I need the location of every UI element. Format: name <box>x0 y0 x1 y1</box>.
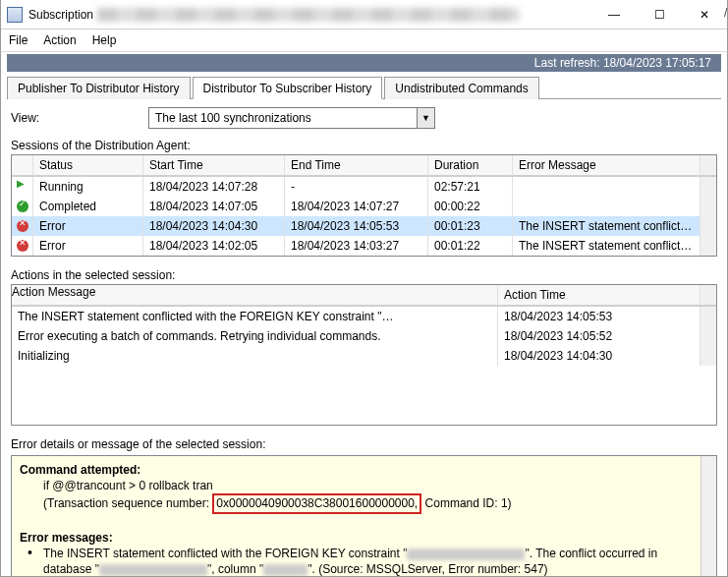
view-label: View: <box>11 111 139 125</box>
cell-status: Completed <box>33 197 143 216</box>
redacted-text <box>263 564 308 576</box>
error-icon <box>17 240 28 252</box>
cell-dur: 02:57:21 <box>428 177 513 197</box>
actions-header: Action Message Action Time <box>12 285 716 307</box>
cmd-line-1: if @@trancount > 0 rollback tran <box>20 478 708 493</box>
cell-time: 18/04/2023 14:05:52 <box>498 326 700 346</box>
session-row[interactable]: Running 18/04/2023 14:07:28 - 02:57:21 <box>12 177 716 197</box>
error-messages-label: Error messages: <box>20 531 113 545</box>
view-select[interactable]: The last 100 synchronizations ▼ <box>148 107 435 129</box>
last-refresh-bar: Last refresh: 18/04/2023 17:05:17 <box>7 54 721 72</box>
redacted-text <box>407 548 525 560</box>
cell-start: 18/04/2023 14:07:28 <box>143 177 285 197</box>
titlebar: Subscription — ☐ ✕ <box>1 0 727 29</box>
scrollbar-header <box>700 155 716 176</box>
session-row[interactable]: Error 18/04/2023 14:04:30 18/04/2023 14:… <box>12 216 716 236</box>
col-action-message[interactable]: Action Message <box>12 285 498 306</box>
window-subtitle-redacted <box>97 8 520 22</box>
col-status[interactable]: Status <box>33 155 143 176</box>
scrollbar-header <box>700 285 716 306</box>
error-detail-box: Command attempted: if @@trancount > 0 ro… <box>11 455 717 577</box>
scrollbar[interactable] <box>700 216 716 236</box>
menu-help[interactable]: Help <box>92 33 117 47</box>
view-select-value: The last 100 synchronizations <box>149 111 417 125</box>
menu-file[interactable]: File <box>9 33 28 47</box>
cell-msg: Initializing <box>12 346 498 366</box>
cell-err <box>513 177 700 197</box>
running-icon <box>17 181 28 193</box>
sessions-caption: Sessions of the Distribution Agent: <box>11 139 717 152</box>
cell-err: The INSERT statement conflicte... <box>513 216 700 236</box>
scrollbar[interactable] <box>700 177 716 197</box>
menu-action[interactable]: Action <box>43 33 76 47</box>
tab-publisher-to-distributor[interactable]: Publisher To Distributor History <box>7 77 191 99</box>
cell-status: Running <box>33 177 143 197</box>
actions-grid: Action Message Action Time The INSERT st… <box>11 284 717 426</box>
redacted-text <box>99 564 207 576</box>
cmd-attempted-label: Command attempted: <box>20 463 140 477</box>
session-row[interactable]: Completed 18/04/2023 14:07:05 18/04/2023… <box>12 197 716 216</box>
col-duration[interactable]: Duration <box>428 155 513 176</box>
window-controls: — ☐ ✕ <box>591 0 727 29</box>
sessions-header: Status Start Time End Time Duration Erro… <box>12 155 716 177</box>
scrollbar[interactable] <box>700 456 716 577</box>
view-row: View: The last 100 synchronizations ▼ <box>11 107 717 129</box>
actions-body: The INSERT statement conflicted with the… <box>12 307 716 425</box>
cell-start: 18/04/2023 14:02:05 <box>143 236 285 256</box>
action-row[interactable]: The INSERT statement conflicted with the… <box>12 307 716 326</box>
cell-end: 18/04/2023 14:03:27 <box>285 236 428 256</box>
highlighted-sequence: 0x0000040900038C38001600000000, <box>212 493 421 513</box>
col-start-time[interactable]: Start Time <box>143 155 285 176</box>
error-message-1: The INSERT statement conflicted with the… <box>20 546 708 577</box>
cell-end: 18/04/2023 14:05:53 <box>285 216 428 236</box>
cell-status: Error <box>33 236 143 256</box>
minimize-button[interactable]: — <box>591 0 637 29</box>
close-button[interactable]: ✕ <box>682 0 727 29</box>
outside-text: /0 <box>724 6 728 20</box>
scrollbar[interactable] <box>700 197 716 216</box>
scrollbar[interactable] <box>700 326 716 346</box>
scrollbar[interactable] <box>700 346 716 366</box>
cell-dur: 00:01:22 <box>428 236 513 256</box>
cell-status: Error <box>33 216 143 236</box>
app-icon <box>7 7 23 23</box>
maximize-button[interactable]: ☐ <box>637 0 682 29</box>
scrollbar[interactable] <box>700 236 716 256</box>
col-icon[interactable] <box>12 155 33 176</box>
col-error-message[interactable]: Error Message <box>513 155 700 176</box>
cell-end: - <box>285 177 428 197</box>
cell-msg: The INSERT statement conflicted with the… <box>12 307 498 326</box>
action-row[interactable]: Initializing 18/04/2023 14:04:30 <box>12 346 716 366</box>
tab-undistributed-commands[interactable]: Undistributed Commands <box>384 77 538 99</box>
cell-err <box>513 197 700 216</box>
dropdown-icon[interactable]: ▼ <box>417 108 434 128</box>
error-icon <box>17 220 28 232</box>
cell-err: The INSERT statement conflicte... <box>513 236 700 256</box>
sessions-grid: Status Start Time End Time Duration Erro… <box>11 154 717 257</box>
action-row[interactable]: Error executing a batch of commands. Ret… <box>12 326 716 346</box>
cmd-line-2: (Transaction sequence number: 0x00000409… <box>20 493 708 513</box>
col-action-time[interactable]: Action Time <box>498 285 700 306</box>
cell-time: 18/04/2023 14:04:30 <box>498 346 700 366</box>
col-end-time[interactable]: End Time <box>285 155 428 176</box>
tabstrip: Publisher To Distributor History Distrib… <box>7 76 721 99</box>
tab-distributor-to-subscriber[interactable]: Distributor To Subscriber History <box>193 77 383 99</box>
cell-start: 18/04/2023 14:07:05 <box>143 197 285 216</box>
sessions-body: Running 18/04/2023 14:07:28 - 02:57:21 C… <box>12 177 716 256</box>
errordetail-caption: Error details or message of the selected… <box>11 437 717 451</box>
cell-dur: 00:00:22 <box>428 197 513 216</box>
cell-dur: 00:01:23 <box>428 216 513 236</box>
redacted-text <box>381 312 489 322</box>
window-title: Subscription <box>28 8 93 22</box>
session-row[interactable]: Error 18/04/2023 14:02:05 18/04/2023 14:… <box>12 236 716 256</box>
cell-time: 18/04/2023 14:05:53 <box>498 307 700 326</box>
cell-msg: Error executing a batch of commands. Ret… <box>12 326 498 346</box>
cell-start: 18/04/2023 14:04:30 <box>143 216 285 236</box>
scrollbar[interactable] <box>700 307 716 326</box>
completed-icon <box>17 201 28 212</box>
menubar: File Action Help <box>1 29 727 52</box>
actions-caption: Actions in the selected session: <box>11 268 717 282</box>
cell-end: 18/04/2023 14:07:27 <box>285 197 428 216</box>
